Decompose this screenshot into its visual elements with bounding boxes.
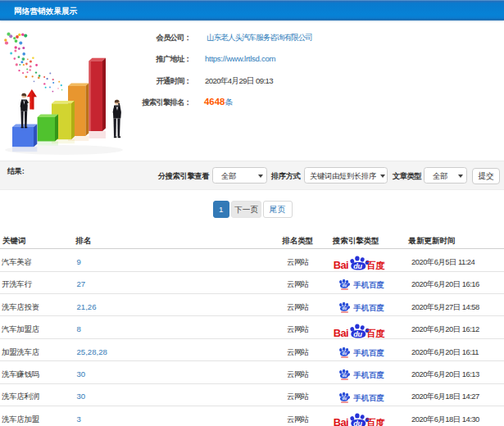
svg-text:du: du bbox=[353, 419, 362, 426]
svg-text:du: du bbox=[342, 397, 347, 401]
svg-text:百度: 百度 bbox=[366, 329, 385, 338]
svg-text:du: du bbox=[342, 374, 347, 378]
svg-text:手机百度: 手机百度 bbox=[352, 347, 384, 356]
svg-text:Bai: Bai bbox=[334, 259, 348, 271]
svg-text:手机百度: 手机百度 bbox=[352, 302, 384, 311]
svg-text:百度: 百度 bbox=[366, 261, 385, 270]
svg-text:du: du bbox=[342, 351, 347, 356]
svg-text:手机百度: 手机百度 bbox=[352, 370, 384, 379]
svg-text:du: du bbox=[342, 306, 347, 310]
svg-text:手机百度: 手机百度 bbox=[352, 280, 384, 289]
svg-text:Bai: Bai bbox=[334, 326, 348, 338]
svg-text:du: du bbox=[353, 262, 362, 270]
svg-text:Bai: Bai bbox=[334, 416, 348, 426]
svg-text:du: du bbox=[353, 330, 362, 338]
svg-text:手机百度: 手机百度 bbox=[352, 392, 384, 401]
svg-text:du: du bbox=[342, 284, 347, 288]
svg-text:百度: 百度 bbox=[366, 418, 385, 426]
